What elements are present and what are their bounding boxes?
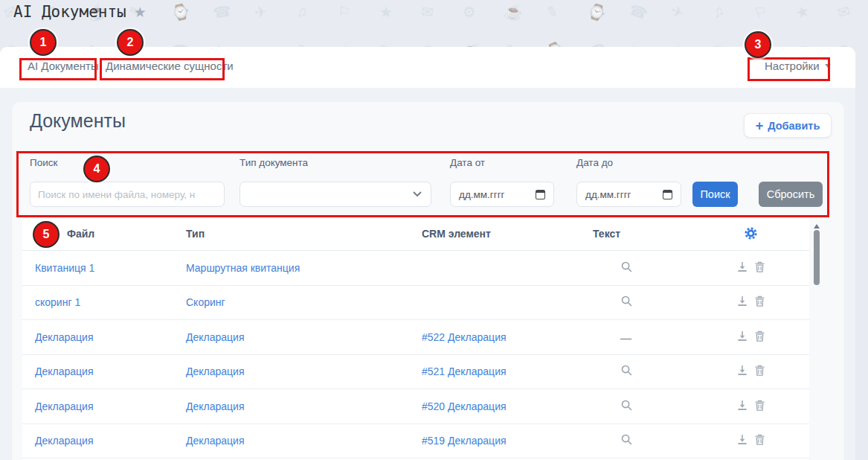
- annotation-circle-3: 3: [745, 31, 771, 58]
- crm-element-link[interactable]: #521 Декларация: [422, 365, 507, 377]
- no-text-dash: —: [620, 330, 631, 343]
- delete-trash-icon[interactable]: [754, 261, 765, 275]
- card-title: Документы: [30, 110, 126, 132]
- favorite-star-icon[interactable]: ★: [134, 5, 147, 19]
- type-link[interactable]: Декларация: [186, 365, 245, 377]
- date-from-input[interactable]: дд.мм.гггг: [450, 182, 554, 207]
- view-text-magnifier-icon[interactable]: [620, 436, 633, 448]
- search-input[interactable]: [30, 182, 225, 207]
- column-header-file[interactable]: Файл: [67, 228, 94, 240]
- view-text-magnifier-icon[interactable]: [620, 263, 633, 275]
- tab-ai-documents[interactable]: AI Документы: [28, 60, 99, 72]
- table-row: скоринг 1 Скоринг: [22, 286, 809, 321]
- date-to-label: Дата до: [576, 157, 613, 168]
- tab-dynamic-entities[interactable]: Динамические сущности: [106, 60, 234, 72]
- reset-button[interactable]: Сбросить: [759, 182, 823, 207]
- search-label: Поиск: [30, 157, 57, 168]
- type-link[interactable]: Маршрутная квитанция: [186, 262, 300, 274]
- type-link[interactable]: Скоринг: [186, 296, 225, 308]
- view-text-magnifier-icon[interactable]: [620, 402, 633, 414]
- view-text-magnifier-icon[interactable]: [620, 367, 633, 379]
- download-icon[interactable]: [736, 399, 748, 413]
- column-header-text[interactable]: Текст: [593, 228, 620, 240]
- table-settings-gear-icon[interactable]: [744, 226, 758, 243]
- file-link[interactable]: Декларация: [35, 331, 94, 343]
- delete-trash-icon[interactable]: [754, 365, 765, 379]
- table-row: Декларация Декларация #520 Декларация: [22, 389, 809, 424]
- page-title-row: AI Документы ★: [13, 3, 147, 21]
- column-header-type[interactable]: Тип: [186, 228, 205, 240]
- table-header: Файл Тип CRM элемент Текст: [22, 218, 809, 251]
- download-icon[interactable]: [736, 365, 748, 379]
- document-type-select[interactable]: [239, 182, 431, 207]
- settings-dropdown[interactable]: Настройки: [765, 60, 831, 72]
- table-row: Декларация Декларация #519 Декларация: [22, 424, 809, 459]
- file-link[interactable]: Декларация: [35, 400, 94, 412]
- search-button[interactable]: Поиск: [692, 182, 738, 207]
- type-label: Тип документа: [239, 157, 308, 168]
- crm-element-link[interactable]: #520 Декларация: [422, 400, 507, 412]
- file-link[interactable]: Декларация: [35, 435, 94, 447]
- date-to-input[interactable]: дд.мм.гггг: [576, 182, 681, 207]
- annotation-circle-4: 4: [83, 156, 110, 182]
- add-button-label: Добавить: [768, 120, 820, 132]
- page-title: AI Документы: [13, 3, 126, 21]
- documents-table: Файл Тип CRM элемент Текст Квитаниця 1 М…: [22, 218, 809, 460]
- content-sheet: AI Документы Динамические сущности Настр…: [0, 47, 855, 460]
- annotation-circle-5: 5: [33, 221, 60, 248]
- vertical-scrollbar[interactable]: [812, 220, 821, 460]
- download-icon[interactable]: [736, 261, 748, 275]
- table-row: Декларация Декларация #522 Декларация —: [22, 320, 809, 355]
- file-link[interactable]: скоринг 1: [35, 296, 80, 308]
- plus-icon: +: [756, 119, 764, 132]
- date-from-label: Дата от: [450, 157, 485, 168]
- view-text-magnifier-icon[interactable]: [620, 298, 633, 310]
- download-icon[interactable]: [736, 330, 748, 344]
- documents-card: Документы + Добавить Поиск Тип документа…: [12, 102, 844, 460]
- chevron-down-icon: [825, 64, 831, 71]
- scroll-up-arrow-icon[interactable]: [814, 221, 820, 229]
- calendar-icon[interactable]: [663, 190, 672, 199]
- download-icon[interactable]: [736, 434, 748, 448]
- download-icon[interactable]: [736, 296, 748, 310]
- column-header-crm[interactable]: CRM элемент: [422, 228, 491, 240]
- table-row: Декларация Декларация #521 Декларация: [22, 355, 809, 390]
- type-link[interactable]: Декларация: [186, 435, 245, 447]
- date-from-value: дд.мм.гггг: [459, 189, 505, 200]
- scrollbar-thumb[interactable]: [814, 230, 820, 285]
- file-link[interactable]: Квитаниця 1: [35, 262, 94, 274]
- calendar-icon[interactable]: [536, 190, 545, 199]
- page: ✉⚙☕✎⌚☎✈♫⚐★✉⚙☕✎⌚☎✈♫⚐★✉⚙☕✎⌚☎✈♫⚐★✉⚙☕✎⌚☎✈♫⚐★…: [0, 0, 868, 460]
- delete-trash-icon[interactable]: [754, 296, 765, 310]
- table-row: Квитаниця 1 Маршрутная квитанция: [22, 251, 809, 286]
- add-document-button[interactable]: + Добавить: [744, 113, 832, 138]
- annotation-circle-1: 1: [30, 29, 57, 56]
- annotation-circle-2: 2: [117, 29, 144, 56]
- crm-element-link[interactable]: #519 Декларация: [422, 435, 507, 447]
- chevron-down-icon: [413, 191, 422, 197]
- type-link[interactable]: Декларация: [186, 331, 245, 343]
- delete-trash-icon[interactable]: [754, 330, 765, 344]
- settings-label: Настройки: [765, 60, 820, 72]
- date-to-value: дд.мм.гггг: [585, 189, 631, 200]
- type-link[interactable]: Декларация: [186, 400, 245, 412]
- delete-trash-icon[interactable]: [754, 399, 765, 413]
- file-link[interactable]: Декларация: [35, 365, 94, 377]
- crm-element-link[interactable]: #522 Декларация: [422, 331, 507, 343]
- table-body: Квитаниця 1 Маршрутная квитанция: [22, 251, 809, 459]
- delete-trash-icon[interactable]: [754, 434, 765, 448]
